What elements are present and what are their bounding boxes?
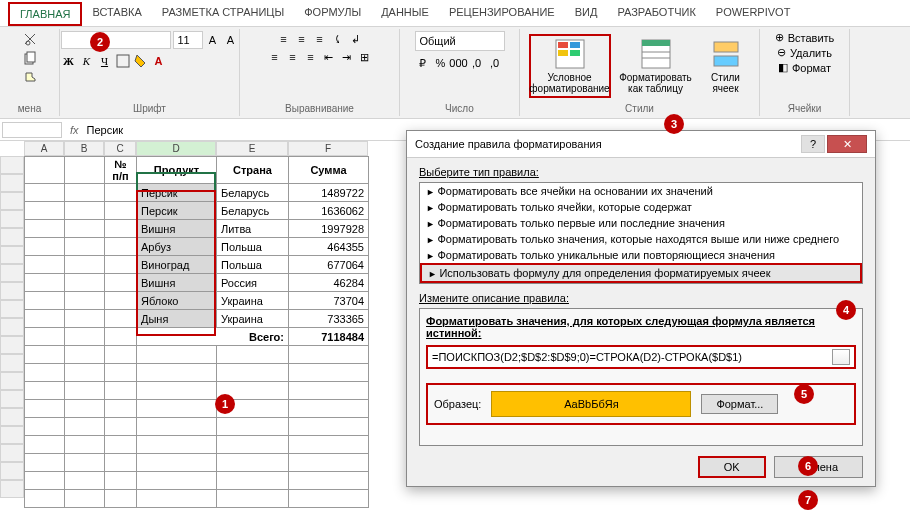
cell[interactable] <box>217 490 289 508</box>
align-bot-icon[interactable]: ≡ <box>312 31 328 47</box>
col-header-E[interactable]: E <box>216 141 288 156</box>
thousands-icon[interactable]: 000 <box>451 55 467 71</box>
border-icon[interactable] <box>115 53 131 69</box>
cell[interactable] <box>137 382 217 400</box>
fx-icon[interactable]: fx <box>70 124 79 136</box>
cell[interactable]: Украина <box>217 310 289 328</box>
fill-color-icon[interactable] <box>133 53 149 69</box>
cell[interactable] <box>137 418 217 436</box>
cell[interactable] <box>289 490 369 508</box>
cell[interactable] <box>65 310 105 328</box>
copy-icon[interactable] <box>22 51 38 67</box>
indent-dec-icon[interactable]: ⇤ <box>321 49 337 65</box>
cell[interactable] <box>65 346 105 364</box>
cell[interactable] <box>25 310 65 328</box>
currency-icon[interactable]: ₽ <box>415 55 431 71</box>
tab-insert[interactable]: ВСТАВКА <box>82 2 151 26</box>
cell[interactable] <box>65 418 105 436</box>
cell[interactable]: Арбуз <box>137 238 217 256</box>
cell[interactable] <box>289 346 369 364</box>
cell[interactable] <box>65 382 105 400</box>
cell[interactable] <box>25 346 65 364</box>
cell[interactable]: Яблоко <box>137 292 217 310</box>
increase-font-icon[interactable]: A <box>205 32 221 48</box>
cell[interactable] <box>137 346 217 364</box>
col-header-D[interactable]: D <box>136 141 216 156</box>
cell[interactable] <box>137 436 217 454</box>
cell[interactable]: 677064 <box>289 256 369 274</box>
cell[interactable] <box>217 472 289 490</box>
row-header[interactable] <box>0 408 24 426</box>
tab-powerpivot[interactable]: POWERPIVOT <box>706 2 801 26</box>
name-box[interactable] <box>2 122 62 138</box>
col-header-A[interactable]: A <box>24 141 64 156</box>
formula-input[interactable] <box>432 351 828 363</box>
dialog-help-button[interactable]: ? <box>801 135 825 153</box>
cell[interactable] <box>25 382 65 400</box>
cell[interactable] <box>105 346 137 364</box>
format-as-table-button[interactable]: Форматировать как таблицу <box>615 36 697 96</box>
tab-review[interactable]: РЕЦЕНЗИРОВАНИЕ <box>439 2 565 26</box>
row-header[interactable] <box>0 264 24 282</box>
percent-icon[interactable]: % <box>433 55 449 71</box>
cell[interactable]: № п/п <box>105 157 137 184</box>
orientation-icon[interactable]: ⤹ <box>330 31 346 47</box>
row-header[interactable] <box>0 372 24 390</box>
cell[interactable] <box>105 274 137 292</box>
cell[interactable] <box>25 256 65 274</box>
row-header[interactable] <box>0 192 24 210</box>
cell[interactable]: 73704 <box>289 292 369 310</box>
cell[interactable] <box>105 292 137 310</box>
italic-icon[interactable]: К <box>79 53 95 69</box>
col-header-F[interactable]: F <box>288 141 368 156</box>
format-cells-button[interactable]: ◧Формат <box>778 61 831 74</box>
cell[interactable]: Сумма <box>289 157 369 184</box>
cell[interactable]: Персик <box>137 184 217 202</box>
font-size-select[interactable] <box>173 31 203 49</box>
cell[interactable] <box>25 220 65 238</box>
align-left-icon[interactable]: ≡ <box>267 49 283 65</box>
cell[interactable] <box>137 400 217 418</box>
cell[interactable] <box>25 202 65 220</box>
cell[interactable] <box>289 418 369 436</box>
decrease-font-icon[interactable]: A <box>223 32 239 48</box>
cell[interactable] <box>25 328 65 346</box>
cell[interactable] <box>289 382 369 400</box>
cell[interactable] <box>65 256 105 274</box>
cell[interactable] <box>65 328 105 346</box>
wrap-text-icon[interactable]: ↲ <box>348 31 364 47</box>
cell[interactable] <box>105 382 137 400</box>
cell[interactable] <box>25 490 65 508</box>
row-header[interactable] <box>0 210 24 228</box>
dialog-close-button[interactable]: ✕ <box>827 135 867 153</box>
col-header-C[interactable]: C <box>104 141 136 156</box>
cell[interactable]: 1636062 <box>289 202 369 220</box>
cell[interactable] <box>25 400 65 418</box>
cell[interactable] <box>105 220 137 238</box>
cell[interactable] <box>65 472 105 490</box>
merge-icon[interactable]: ⊞ <box>357 49 373 65</box>
row-header[interactable] <box>0 174 24 192</box>
cell[interactable] <box>105 418 137 436</box>
cell[interactable] <box>105 436 137 454</box>
range-picker-icon[interactable] <box>832 349 850 365</box>
row-header[interactable] <box>0 354 24 372</box>
cell[interactable] <box>137 364 217 382</box>
cell[interactable] <box>25 418 65 436</box>
cell[interactable] <box>65 184 105 202</box>
row-header[interactable] <box>0 246 24 264</box>
rule-type-item[interactable]: Форматировать только первые или последни… <box>420 215 862 231</box>
cell[interactable] <box>25 238 65 256</box>
cell[interactable]: 7118484 <box>289 328 369 346</box>
rule-type-item[interactable]: Форматировать только значения, которые н… <box>420 231 862 247</box>
cell[interactable] <box>65 202 105 220</box>
cell[interactable] <box>217 364 289 382</box>
cell[interactable] <box>105 310 137 328</box>
cell[interactable] <box>105 238 137 256</box>
align-center-icon[interactable]: ≡ <box>285 49 301 65</box>
cell[interactable] <box>289 472 369 490</box>
cell[interactable] <box>217 418 289 436</box>
bold-icon[interactable]: Ж <box>61 53 77 69</box>
col-header-B[interactable]: B <box>64 141 104 156</box>
font-name-select[interactable] <box>61 31 171 49</box>
